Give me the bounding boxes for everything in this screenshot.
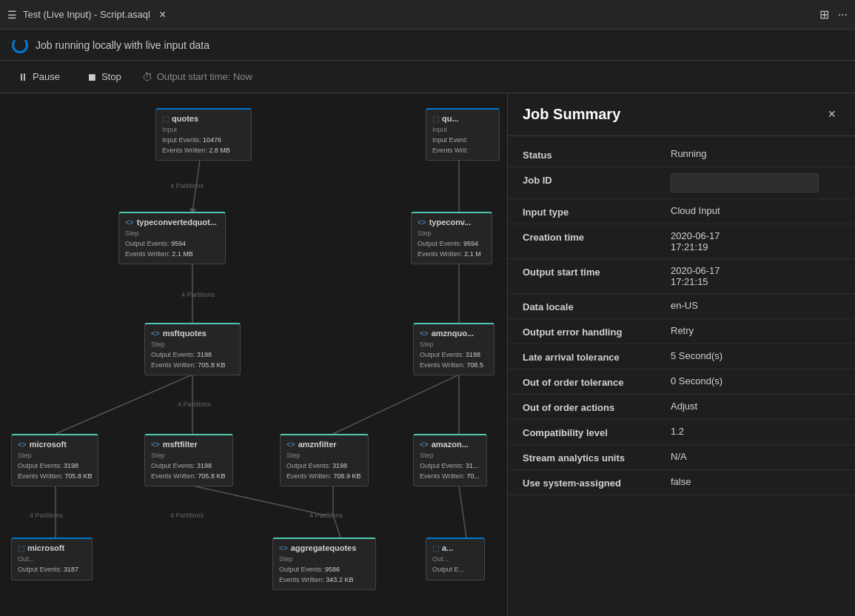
node-step-icon4: <> bbox=[420, 329, 429, 338]
toolbar: ⏸ Pause ⏹ Stop ⏱ Output start time: Now bbox=[0, 61, 855, 93]
main-content: ⬚ quotes Input Input Events: 10476 Event… bbox=[0, 93, 855, 616]
node-amznquotes[interactable]: <> amznquo... Step Output Events: 3198 E… bbox=[413, 323, 494, 375]
label-compatibility-level: Compatibility level bbox=[523, 426, 671, 438]
layout-icon[interactable]: ⊞ bbox=[819, 7, 829, 21]
title-bar: ☰ Test (Live Input) - Script.asaql × ⊞ ·… bbox=[0, 0, 855, 30]
title-bar-left: ☰ Test (Live Input) - Script.asaql × bbox=[7, 8, 169, 21]
value-output-error-handling: Retry bbox=[671, 325, 840, 336]
status-banner: Job running locally with live input data bbox=[0, 30, 855, 61]
loading-spinner bbox=[12, 37, 28, 53]
partition-label-5: 4 Partitions bbox=[170, 512, 204, 519]
node-msftfilter[interactable]: <> msftfilter Step Output Events: 3198 E… bbox=[144, 434, 233, 486]
summary-row-use-system-assigned: Use system-assigned false bbox=[508, 470, 855, 495]
node-step-icon9: <> bbox=[279, 544, 288, 552]
output-start-time-info: ⏱ Output start time: Now bbox=[142, 71, 252, 83]
summary-row-job-id: Job ID bbox=[508, 167, 855, 199]
partition-label-2: 4 Partitions bbox=[181, 291, 215, 298]
label-job-id: Job ID bbox=[523, 173, 671, 186]
node-step-icon3: <> bbox=[151, 329, 160, 338]
label-output-error-handling: Output error handling bbox=[523, 325, 671, 338]
node-step-icon8: <> bbox=[420, 441, 429, 449]
value-data-locale: en-US bbox=[671, 300, 840, 311]
label-out-of-order-actions: Out of order actions bbox=[523, 401, 671, 413]
value-creation-time: 2020-06-1717:21:19 bbox=[671, 230, 840, 252]
panel-body: Status Running Job ID Input type Cloud I… bbox=[508, 136, 855, 501]
value-input-type: Cloud Input bbox=[671, 205, 840, 216]
label-late-arrival: Late arrival tolerance bbox=[523, 350, 671, 363]
summary-row-creation-time: Creation time 2020-06-1717:21:19 bbox=[508, 224, 855, 259]
pause-icon: ⏸ bbox=[18, 71, 28, 83]
summary-row-output-start-time: Output start time 2020-06-1717:21:15 bbox=[508, 259, 855, 294]
svg-line-6 bbox=[333, 375, 459, 434]
label-input-type: Input type bbox=[523, 205, 671, 218]
node-amznfilter[interactable]: <> amznfilter Step Output Events: 3198 E… bbox=[280, 434, 369, 486]
job-summary-panel: Job Summary × Status Running Job ID Inpu… bbox=[507, 93, 855, 616]
more-actions-icon[interactable]: ··· bbox=[838, 8, 848, 21]
node-typeconverted2[interactable]: <> typeconv... Step Output Events: 9594 … bbox=[411, 212, 492, 264]
summary-row-input-type: Input type Cloud Input bbox=[508, 199, 855, 224]
node-quotes1[interactable]: ⬚ quotes Input Input Events: 10476 Event… bbox=[155, 108, 252, 161]
summary-row-data-locale: Data locale en-US bbox=[508, 294, 855, 319]
node-output-a[interactable]: ⬚ a... Out... Output E... bbox=[426, 538, 485, 580]
tab-title: Test (Live Input) - Script.asaql bbox=[23, 9, 150, 20]
label-out-of-order-tolerance: Out of order tolerance bbox=[523, 375, 671, 388]
pause-label: Pause bbox=[33, 71, 60, 82]
clock-icon: ⏱ bbox=[142, 71, 152, 83]
node-step-icon1: <> bbox=[125, 218, 134, 227]
value-late-arrival: 5 Second(s) bbox=[671, 350, 840, 361]
svg-line-12 bbox=[459, 486, 466, 538]
node-quotes2[interactable]: ⬚ qu... Input Input Event: Events Writ: bbox=[426, 108, 500, 161]
summary-row-late-arrival: Late arrival tolerance 5 Second(s) bbox=[508, 344, 855, 369]
title-bar-right: ⊞ ··· bbox=[819, 7, 848, 21]
node-step-icon6: <> bbox=[151, 441, 160, 449]
partition-label-3: 4 Partitions bbox=[178, 401, 211, 408]
value-compatibility-level: 1.2 bbox=[671, 426, 840, 437]
summary-row-output-error-handling: Output error handling Retry bbox=[508, 319, 855, 344]
value-out-of-order-actions: Adjust bbox=[671, 401, 840, 412]
panel-header: Job Summary × bbox=[508, 93, 855, 136]
node-output-icon2: ⬚ bbox=[432, 544, 439, 552]
partition-label-1: 4 Partitions bbox=[170, 182, 204, 190]
node-msftquotes[interactable]: <> msftquotes Step Output Events: 3198 E… bbox=[144, 323, 241, 375]
label-stream-analytics-units: Stream analytics units bbox=[523, 451, 671, 463]
value-output-start-time: 2020-06-1717:21:15 bbox=[671, 265, 840, 287]
svg-line-11 bbox=[192, 486, 326, 515]
label-status: Status bbox=[523, 148, 671, 161]
node-typeconverted1[interactable]: <> typeconvertedquot... Step Output Even… bbox=[118, 212, 226, 264]
node-step-icon5: <> bbox=[18, 441, 27, 449]
node-input-icon2: ⬚ bbox=[432, 115, 439, 123]
pause-button[interactable]: ⏸ Pause bbox=[12, 68, 66, 86]
banner-text: Job running locally with live input data bbox=[36, 39, 209, 51]
node-microsoft[interactable]: <> microsoft Step Output Events: 3198 Ev… bbox=[11, 434, 98, 486]
summary-row-out-of-order-actions: Out of order actions Adjust bbox=[508, 395, 855, 420]
diagram-canvas[interactable]: ⬚ quotes Input Input Events: 10476 Event… bbox=[0, 93, 507, 616]
value-status: Running bbox=[671, 148, 840, 159]
label-output-start-time: Output start time bbox=[523, 265, 671, 278]
stop-button[interactable]: ⏹ Stop bbox=[81, 68, 127, 86]
summary-row-status: Status Running bbox=[508, 142, 855, 167]
summary-row-out-of-order-tolerance: Out of order tolerance 0 Second(s) bbox=[508, 369, 855, 395]
summary-row-stream-analytics-units: Stream analytics units N/A bbox=[508, 445, 855, 470]
node-aggregatequotes[interactable]: <> aggregatequotes Step Output Events: 9… bbox=[272, 538, 376, 590]
stop-label: Stop bbox=[101, 71, 121, 82]
svg-line-4 bbox=[56, 375, 192, 434]
node-output-icon1: ⬚ bbox=[18, 544, 24, 552]
partition-label-4: 4 Partitions bbox=[30, 512, 63, 519]
node-step-icon2: <> bbox=[418, 218, 426, 227]
node-step-icon7: <> bbox=[286, 441, 295, 449]
panel-close-button[interactable]: × bbox=[823, 105, 840, 124]
label-data-locale: Data locale bbox=[523, 300, 671, 312]
value-use-system-assigned: false bbox=[671, 476, 840, 487]
value-out-of-order-tolerance: 0 Second(s) bbox=[671, 375, 840, 386]
panel-title: Job Summary bbox=[523, 106, 620, 123]
value-job-id bbox=[671, 173, 819, 192]
node-input-icon: ⬚ bbox=[162, 115, 169, 123]
summary-row-compatibility-level: Compatibility level 1.2 bbox=[508, 420, 855, 445]
node-amazon[interactable]: <> amazon... Step Output Events: 31... E… bbox=[413, 434, 487, 486]
label-use-system-assigned: Use system-assigned bbox=[523, 476, 671, 489]
tab-close-button[interactable]: × bbox=[156, 8, 169, 21]
output-start-time-label: Output start time: Now bbox=[157, 71, 252, 82]
node-microsoft-out[interactable]: ⬚ microsoft Out... Output Events: 3187 bbox=[11, 538, 93, 580]
value-stream-analytics-units: N/A bbox=[671, 451, 840, 462]
menu-icon[interactable]: ☰ bbox=[7, 9, 17, 21]
